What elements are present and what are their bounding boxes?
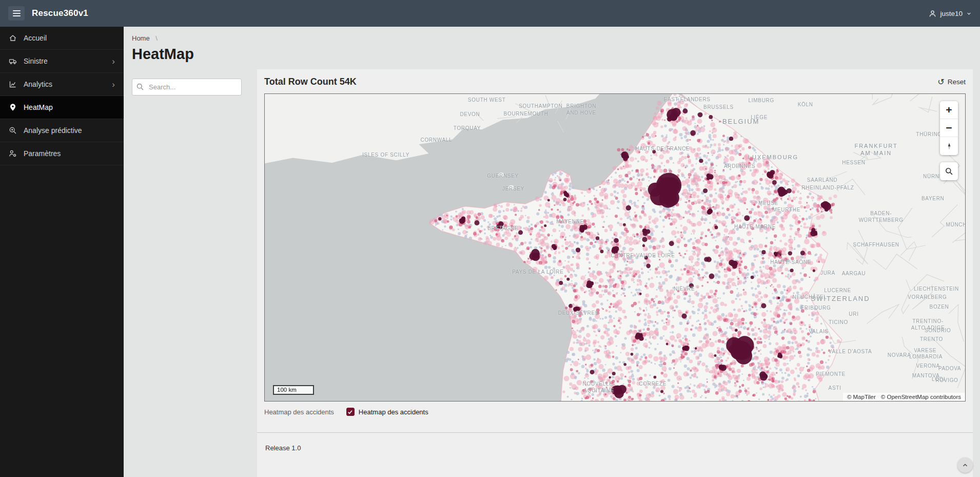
sidebar-item-label: Analyse prédictive <box>24 126 82 135</box>
breadcrumb-separator: \ <box>155 34 158 42</box>
sidebar-item-heatmap[interactable]: HeatMap <box>0 96 124 119</box>
osm-link[interactable]: © OpenStreetMap contributors <box>881 394 961 400</box>
reset-label: Reset <box>948 78 966 86</box>
compass-needle-icon <box>945 142 953 150</box>
sidebar-item-accueil[interactable]: Accueil <box>0 27 124 50</box>
search-icon <box>136 83 144 91</box>
vehicle-icon <box>9 57 17 65</box>
scroll-top-button[interactable] <box>957 457 973 473</box>
topbar: Rescue360v1 juste10 <box>0 0 980 27</box>
breadcrumb: Home \ <box>132 34 972 42</box>
sidebar-item-label: Analytics <box>24 80 52 88</box>
user-gear-icon <box>9 149 17 158</box>
reset-icon: ↺ <box>937 78 944 86</box>
chevron-down-icon <box>966 11 972 16</box>
zoom-in-button[interactable]: + <box>940 101 958 119</box>
map-container[interactable]: SOUTH WESTSOUTHAMPTONBRIGHTON AND HOVEDE… <box>264 93 966 402</box>
chevron-right-icon: › <box>112 80 115 89</box>
legend-row: Heatmap des accidents Heatmap des accide… <box>264 408 966 416</box>
map-pin-icon <box>9 103 17 111</box>
search-input[interactable] <box>132 79 242 96</box>
release-label: Release 1.0 <box>264 433 966 462</box>
row-count-title: Total Row Count 54K <box>264 77 357 87</box>
chevron-right-icon: › <box>112 57 115 66</box>
page-title: HeatMap <box>132 46 972 63</box>
menu-toggle-button[interactable] <box>8 6 25 21</box>
layer-checkbox[interactable] <box>346 408 355 416</box>
layer-toggle[interactable]: Heatmap des accidents <box>346 408 428 416</box>
sidebar-item-label: HeatMap <box>24 103 53 111</box>
sidebar-item-analyse-predictive[interactable]: Analyse prédictive <box>0 119 124 142</box>
sidebar-item-label: Paramètres <box>24 149 61 158</box>
sidebar-item-label: Sinistre <box>24 57 48 65</box>
user-icon <box>929 10 936 17</box>
reset-button[interactable]: ↺ Reset <box>937 78 966 86</box>
sidebar-item-label: Accueil <box>24 34 47 42</box>
map-scale-bar: 100 km <box>273 385 314 395</box>
magnifier-plus-icon <box>9 126 17 135</box>
layer-checkbox-label: Heatmap des accidents <box>359 408 428 416</box>
check-icon <box>347 409 353 415</box>
page-header: Home \ HeatMap <box>124 27 980 69</box>
heatmap-canvas[interactable] <box>265 94 965 401</box>
sidebar-item-parametres[interactable]: Paramètres <box>0 142 124 165</box>
inspect-button[interactable] <box>940 162 958 180</box>
main-content: Home \ HeatMap Total Row Count 54K <box>124 27 980 477</box>
zoom-out-button[interactable]: − <box>940 119 958 137</box>
map-controls: + − <box>940 101 958 180</box>
user-menu[interactable]: juste10 <box>929 10 972 17</box>
sidebar-item-sinistre[interactable]: Sinistre › <box>0 50 124 73</box>
map-attribution: © MapTiler © OpenStreetMap contributors <box>843 393 965 401</box>
home-icon <box>9 34 17 42</box>
app-title: Rescue360v1 <box>32 8 88 18</box>
chevron-up-icon <box>962 462 969 469</box>
sidebar-item-analytics[interactable]: Analytics › <box>0 73 124 96</box>
filter-column <box>132 69 242 477</box>
layer-title: Heatmap des accidents <box>264 408 334 416</box>
maptiler-link[interactable]: © MapTiler <box>847 394 876 400</box>
line-chart-icon <box>9 80 17 88</box>
username: juste10 <box>940 10 963 17</box>
sidebar: Accueil Sinistre › Analytics › HeatMap <box>0 27 124 477</box>
compass-button[interactable] <box>940 137 958 155</box>
breadcrumb-home-link[interactable]: Home <box>132 34 150 42</box>
inspect-magnifier-icon <box>945 167 953 176</box>
content-panel: Total Row Count 54K ↺ Reset SOUTH WESTSO… <box>257 69 973 477</box>
